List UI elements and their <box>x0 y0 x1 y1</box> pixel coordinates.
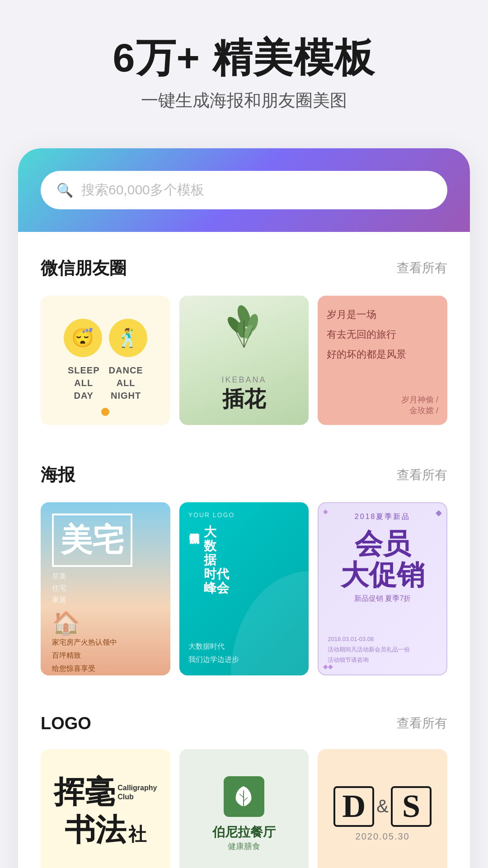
meizhai-title: 美宅 <box>52 514 132 567</box>
shidai-right: 大数据时代峰会 <box>204 525 229 595</box>
ikebana-bg: IKEBANA 插花 <box>179 296 309 425</box>
meizhai-bottom-text: 家宅房产火热认领中 百坪精致 给您惊喜享受 <box>52 636 159 675</box>
logo-calligraphy-club[interactable]: 挥毫 Calligraphy Club 书法 社 <box>41 749 170 868</box>
poem-signature: 岁月神偷 / 金玫嫦 / <box>327 394 438 416</box>
char-sleep: 😴 <box>64 319 102 357</box>
logo-section-title: LOGO <box>41 714 91 733</box>
ds-letter-s: S <box>391 786 432 827</box>
poster-see-all[interactable]: 查看所有 <box>397 467 447 484</box>
ds-letter-d: D <box>333 786 374 827</box>
meizhai-bottom: 🏠 家宅房产火热认领中 百坪精致 给您惊喜享受 YOUR LOGO <box>52 605 159 675</box>
poster-meizhai[interactable]: 美宅 尽美住宅家居 🏠 家宅房产火热认领中 百坪精致 给您惊喜享受 YOUR L… <box>41 502 170 675</box>
ikebana-cn: 插花 <box>221 385 266 414</box>
poem-inner: 岁月是一场 有去无回的旅行 好的坏的都是风景 岁月神偷 / 金玫嫦 / <box>318 296 447 425</box>
search-header: 🔍 搜索60,000多个模板 <box>18 148 470 232</box>
building-icon: 🏠 <box>52 610 159 636</box>
bernila-icon <box>224 776 264 817</box>
poem-author1: 岁月神偷 / <box>327 394 438 405</box>
calli-main: 挥毫 Calligraphy Club <box>54 777 157 807</box>
huiyuan-title: 会员大促销 <box>328 528 437 590</box>
search-icon: 🔍 <box>56 182 73 198</box>
orange-dot <box>101 408 109 416</box>
logo-bernila[interactable]: 伯尼拉餐厅 健康膳食 <box>179 749 309 868</box>
huiyuan-header: 2018夏季新品 <box>328 512 437 522</box>
calli-en1: Calligraphy <box>117 783 157 793</box>
app-card: 🔍 搜索60,000多个模板 微信朋友圈 查看所有 😴 🕺 SLEEP ALL <box>18 148 470 868</box>
plant-decoration <box>217 302 271 357</box>
poster-section-header: 海报 查看所有 <box>41 463 447 486</box>
diamond-bottom-left: ◆◆ <box>323 663 333 670</box>
ikebana-text: IKEBANA 插花 <box>221 375 266 414</box>
poem-lines: 岁月是一场 有去无回的旅行 好的坏的都是风景 <box>327 305 438 395</box>
diamond-top-right: ◆ <box>436 508 442 518</box>
hero-title: 6万+ 精美模板 <box>27 36 461 80</box>
meizhai-sub: 尽美住宅家居 <box>52 571 159 605</box>
poster-cards-row: 美宅 尽美住宅家居 🏠 家宅房产火热认领中 百坪精致 给您惊喜享受 YOUR L… <box>41 502 447 675</box>
wechat-section: 微信朋友圈 查看所有 😴 🕺 SLEEP ALL DAY DANCE <box>18 232 470 439</box>
bernila-sub: 健康膳食 <box>228 841 260 852</box>
logo-section-header: LOGO 查看所有 <box>41 714 447 733</box>
poster-shidai[interactable]: YOUR LOGO 引领科技潮流 大数据时代峰会 大数据时代 我们边学边进步 <box>179 502 309 675</box>
shidai-logo: YOUR LOGO <box>188 511 300 519</box>
dance-col: DANCE ALL NIGHT <box>109 364 143 402</box>
hero-section: 6万+ 精美模板 一键生成海报和朋友圈美图 <box>0 0 488 135</box>
hero-subtitle: 一键生成海报和朋友圈美图 <box>27 89 461 112</box>
calli-en2: Club <box>117 793 157 801</box>
huiyuan-details: 2018.03.01-03.08 活动期间凡活动新会员礼品一份 活动细节请咨询 <box>328 634 437 665</box>
shidai-big-title: 大数据时代峰会 <box>204 525 229 595</box>
ds-main: D & S <box>333 786 432 827</box>
calli-char1: 挥毫 <box>54 777 115 807</box>
sleep-dance-text: SLEEP ALL DAY DANCE ALL NIGHT <box>68 364 143 402</box>
logo-section: LOGO 查看所有 挥毫 Calligraphy Club 书法 社 <box>18 689 470 868</box>
wechat-card-sleep-dance[interactable]: 😴 🕺 SLEEP ALL DAY DANCE ALL NIGHT <box>41 296 170 425</box>
sleep-col: SLEEP ALL DAY <box>68 364 100 402</box>
wechat-section-title: 微信朋友圈 <box>41 257 127 280</box>
search-placeholder: 搜索60,000多个模板 <box>81 181 204 199</box>
wechat-section-header: 微信朋友圈 查看所有 <box>41 257 447 280</box>
huiyuan-desc: 新品促销 夏季7折 <box>328 594 437 604</box>
bernila-name: 伯尼拉餐厅 <box>212 824 276 841</box>
sleep-dance-chars: 😴 🕺 <box>64 319 147 357</box>
calli-char2: 书法 <box>65 810 126 851</box>
ikebana-en: IKEBANA <box>221 375 266 385</box>
logo-cards-row: 挥毫 Calligraphy Club 书法 社 <box>41 749 447 868</box>
poster-section: 海报 查看所有 美宅 尽美住宅家居 🏠 家宅房产火热认领中 百坪精致 给您惊喜享… <box>18 439 470 689</box>
diamond-top-left: ◆ <box>323 508 328 515</box>
ds-date: 2020.05.30 <box>356 831 410 842</box>
leaf-svg <box>231 784 256 809</box>
logo-see-all[interactable]: 查看所有 <box>397 715 447 732</box>
wechat-card-poem[interactable]: 岁月是一场 有去无回的旅行 好的坏的都是风景 岁月神偷 / 金玫嫦 / <box>318 296 447 425</box>
poster-huiyuan[interactable]: ◆ ◆ 2018夏季新品 会员大促销 新品促销 夏季7折 2018.03.01-… <box>318 502 447 675</box>
calli-bottom: 书法 社 <box>65 810 146 851</box>
calli-right: Calligraphy Club <box>117 783 157 801</box>
wechat-see-all[interactable]: 查看所有 <box>397 259 447 277</box>
ds-ampersand: & <box>376 796 389 816</box>
calli-char3: 社 <box>128 822 146 847</box>
wechat-cards-row: 😴 🕺 SLEEP ALL DAY DANCE ALL NIGHT <box>41 296 447 425</box>
search-bar[interactable]: 🔍 搜索60,000多个模板 <box>41 171 447 209</box>
poem-author2: 金玫嫦 / <box>327 405 438 416</box>
poster-section-title: 海报 <box>41 463 75 486</box>
char-dance: 🕺 <box>109 319 147 357</box>
logo-ds[interactable]: D & S 2020.05.30 <box>318 749 447 868</box>
wechat-card-ikebana[interactable]: IKEBANA 插花 <box>179 296 309 425</box>
